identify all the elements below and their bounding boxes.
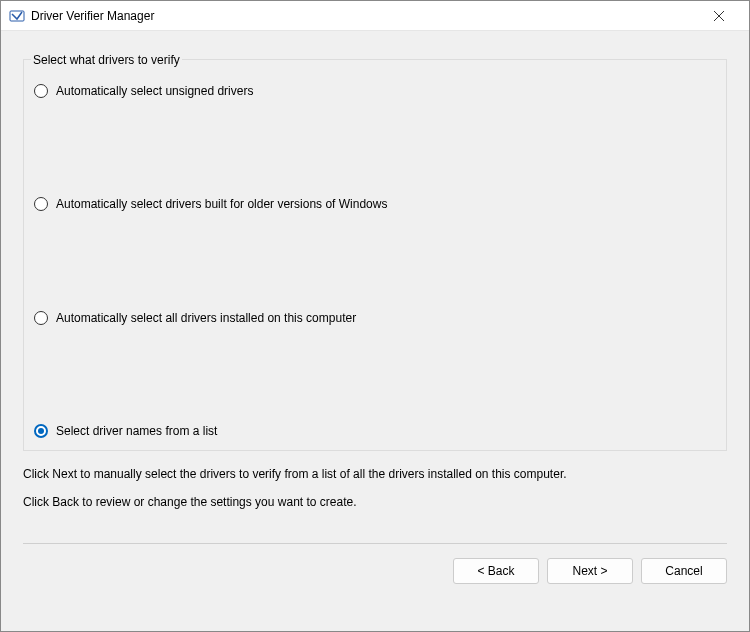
- app-icon: [9, 8, 25, 24]
- radio-icon: [34, 311, 48, 325]
- radio-option-unsigned[interactable]: Automatically select unsigned drivers: [34, 82, 716, 100]
- group-label: Select what drivers to verify: [31, 53, 182, 67]
- driver-select-group: Automatically select unsigned drivers Au…: [23, 59, 727, 451]
- description-line-2: Click Back to review or change the setti…: [23, 493, 727, 511]
- back-button[interactable]: < Back: [453, 558, 539, 584]
- content-area: Select what drivers to verify Automatica…: [1, 31, 749, 631]
- cancel-button[interactable]: Cancel: [641, 558, 727, 584]
- radio-icon: [34, 84, 48, 98]
- window-title: Driver Verifier Manager: [31, 9, 696, 23]
- radio-label: Automatically select all drivers install…: [56, 311, 356, 325]
- radio-label: Select driver names from a list: [56, 424, 217, 438]
- radio-label: Automatically select unsigned drivers: [56, 84, 253, 98]
- close-icon: [714, 11, 724, 21]
- radio-label: Automatically select drivers built for o…: [56, 197, 387, 211]
- next-button[interactable]: Next >: [547, 558, 633, 584]
- description-line-1: Click Next to manually select the driver…: [23, 465, 727, 483]
- titlebar: Driver Verifier Manager: [1, 1, 749, 31]
- description-text: Click Next to manually select the driver…: [23, 465, 727, 521]
- radio-icon: [34, 424, 48, 438]
- driver-verifier-window: Driver Verifier Manager Select what driv…: [0, 0, 750, 632]
- radio-option-older-windows[interactable]: Automatically select drivers built for o…: [34, 195, 716, 213]
- radio-option-all-installed[interactable]: Automatically select all drivers install…: [34, 309, 716, 327]
- radio-option-from-list[interactable]: Select driver names from a list: [34, 422, 716, 440]
- button-bar: < Back Next > Cancel: [23, 544, 727, 600]
- close-button[interactable]: [696, 2, 741, 30]
- radio-icon: [34, 197, 48, 211]
